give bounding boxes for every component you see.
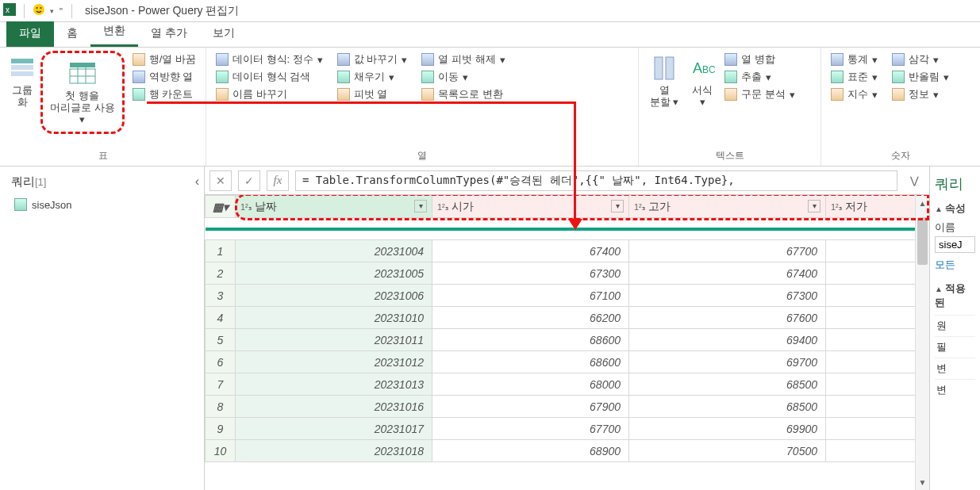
formula-dropdown-icon[interactable]: ⋁	[904, 174, 924, 186]
cell-open[interactable]: 67900	[432, 396, 629, 418]
vertical-scrollbar[interactable]: ▲ ▼	[915, 195, 929, 490]
row-number[interactable]: 3	[206, 285, 236, 307]
scroll-up-icon[interactable]: ▲	[916, 195, 929, 211]
cell-low[interactable]	[826, 240, 929, 262]
query-item-sisejson[interactable]: siseJson	[11, 196, 198, 213]
use-first-row-header-button[interactable]: 첫 행을 머리글로 사용 ▾	[44, 56, 121, 128]
merge-columns-button[interactable]: 열 병합	[724, 52, 795, 67]
cell-low[interactable]	[826, 329, 929, 351]
exponent-button[interactable]: 지수 ▾	[831, 87, 878, 101]
groupby-button[interactable]: 그룹화	[6, 51, 39, 111]
extract-button[interactable]: 추출 ▾	[724, 70, 795, 84]
cell-open[interactable]: 68000	[432, 373, 629, 396]
trig-button[interactable]: 삼각 ▾	[892, 52, 949, 67]
detect-type-button[interactable]: 데이터 형식 검색	[216, 70, 323, 84]
rounding-button[interactable]: 반올림 ▾	[892, 70, 949, 84]
cell-low[interactable]	[826, 307, 929, 329]
cell-date[interactable]: 20231018	[236, 440, 432, 462]
scrollbar-thumb[interactable]	[917, 217, 928, 265]
pivot-button[interactable]: 피벗 열	[337, 87, 408, 101]
cell-low[interactable]	[826, 262, 929, 285]
cell-open[interactable]: 68600	[432, 329, 629, 351]
table-row[interactable]: 5202310116860069400	[206, 329, 929, 351]
reverse-rows-button[interactable]: 역방향 열	[133, 70, 196, 84]
datatype-button[interactable]: 데이터 형식: 정수 ▾	[216, 52, 323, 67]
cell-date[interactable]: 20231011	[236, 329, 432, 351]
row-number[interactable]: 9	[206, 418, 236, 440]
cell-high[interactable]: 68500	[629, 373, 826, 396]
row-number[interactable]: 8	[206, 396, 236, 418]
cell-high[interactable]: 68500	[629, 396, 826, 418]
cell-date[interactable]: 20231006	[236, 285, 432, 307]
cell-open[interactable]: 67400	[432, 240, 629, 262]
column-header-low[interactable]: 1²₃저가	[826, 196, 929, 218]
rename-button[interactable]: 이름 바꾸기	[216, 87, 323, 101]
table-row[interactable]: 10202310186890070500	[206, 440, 929, 462]
column-header-date[interactable]: 1²₃날짜▾	[236, 196, 432, 218]
formula-bar-input[interactable]	[295, 170, 897, 191]
cell-high[interactable]: 67400	[629, 262, 826, 285]
table-row[interactable]: 6202310126860069700	[206, 351, 929, 373]
row-number[interactable]: 7	[206, 373, 236, 396]
standard-button[interactable]: 표준 ▾	[831, 70, 878, 84]
cell-low[interactable]	[826, 285, 929, 307]
count-rows-button[interactable]: 행 카운트	[133, 87, 196, 101]
scroll-down-icon[interactable]: ▼	[916, 474, 929, 490]
select-all-cell[interactable]: ▦▾	[206, 196, 236, 218]
step-item[interactable]: 원	[935, 315, 975, 336]
cell-high[interactable]: 70500	[629, 440, 826, 462]
cell-low[interactable]	[826, 351, 929, 373]
table-row[interactable]: 9202310176770069900	[206, 418, 929, 440]
row-number[interactable]: 10	[206, 440, 236, 462]
all-properties-link[interactable]: 모든	[935, 258, 975, 272]
cell-date[interactable]: 20231017	[236, 418, 432, 440]
cell-high[interactable]: 69700	[629, 351, 826, 373]
column-filter-icon[interactable]: ▾	[808, 200, 821, 212]
column-filter-icon[interactable]: ▾	[414, 200, 427, 212]
qat-dropdown-icon[interactable]: ▾	[50, 7, 54, 15]
column-header-open[interactable]: 1²₃시가▾	[432, 196, 629, 218]
statistics-button[interactable]: 통계 ▾	[831, 52, 878, 67]
column-filter-icon[interactable]: ▾	[611, 200, 624, 212]
split-column-button[interactable]: 열 분할 ▾	[645, 51, 683, 111]
cell-open[interactable]: 68600	[432, 351, 629, 373]
cell-date[interactable]: 20231005	[236, 262, 432, 285]
step-item[interactable]: 변	[935, 379, 975, 400]
row-number[interactable]: 2	[206, 262, 236, 285]
cell-low[interactable]	[826, 396, 929, 418]
move-button[interactable]: 이동 ▾	[421, 70, 505, 84]
table-row[interactable]: 4202310106620067600	[206, 307, 929, 329]
column-header-high[interactable]: 1²₃고가▾	[629, 196, 826, 218]
row-number[interactable]: 6	[206, 351, 236, 373]
transpose-button[interactable]: 행/열 바꿈	[133, 52, 196, 67]
cancel-formula-button[interactable]: ✕	[209, 170, 232, 191]
cell-open[interactable]: 67700	[432, 418, 629, 440]
cell-low[interactable]	[826, 418, 929, 440]
cell-date[interactable]: 20231012	[236, 351, 432, 373]
cell-high[interactable]: 67700	[629, 240, 826, 262]
emoji-icon[interactable]	[33, 3, 45, 18]
row-number[interactable]: 5	[206, 329, 236, 351]
tab-view[interactable]: 보기	[200, 21, 248, 47]
info-button[interactable]: 정보 ▾	[892, 87, 949, 101]
cell-date[interactable]: 20231004	[236, 240, 432, 262]
collapse-queries-icon[interactable]: ‹	[195, 174, 199, 189]
cell-high[interactable]: 67600	[629, 307, 826, 329]
table-row[interactable]: 1202310046740067700	[206, 240, 929, 262]
cell-open[interactable]: 66200	[432, 307, 629, 329]
table-row[interactable]: 8202310166790068500	[206, 396, 929, 418]
row-number[interactable]: 4	[206, 307, 236, 329]
tab-transform[interactable]: 변환	[90, 19, 138, 47]
step-item[interactable]: 변	[935, 358, 975, 379]
fx-icon[interactable]: fx	[267, 170, 289, 191]
row-number[interactable]: 1	[206, 240, 236, 262]
fill-button[interactable]: 채우기 ▾	[337, 70, 408, 84]
table-row[interactable]: 2202310056730067400	[206, 262, 929, 285]
cell-high[interactable]: 67300	[629, 285, 826, 307]
cell-open[interactable]: 67300	[432, 262, 629, 285]
cell-low[interactable]	[826, 373, 929, 396]
accept-formula-button[interactable]: ✓	[238, 170, 260, 191]
format-button[interactable]: ABC 서식 ▾	[683, 51, 721, 111]
cell-open[interactable]: 68900	[432, 440, 629, 462]
table-row[interactable]: 3202310066710067300	[206, 285, 929, 307]
